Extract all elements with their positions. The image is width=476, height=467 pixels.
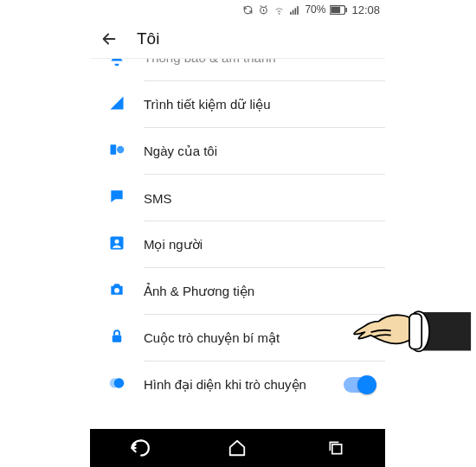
- list-item-my-day[interactable]: Ngày của tôi: [90, 128, 385, 175]
- list-item-label: Hình đại diện khi trò chuyện: [144, 377, 306, 393]
- chat-icon: [108, 188, 125, 208]
- list-item-photos-media[interactable]: Ảnh & Phương tiện: [90, 268, 385, 315]
- svg-point-18: [408, 311, 429, 351]
- battery-icon: [330, 5, 347, 15]
- list-item-label: Thông báo & âm thanh: [144, 59, 276, 65]
- svg-rect-5: [298, 6, 299, 15]
- list-item-sms[interactable]: SMS: [90, 175, 385, 221]
- list-item-label: Mọi người: [144, 237, 203, 253]
- nav-recent-button[interactable]: [325, 437, 347, 459]
- svg-point-16: [114, 378, 125, 388]
- svg-rect-17: [332, 445, 342, 454]
- list-item-chat-heads[interactable]: Hình đại diện khi trò chuyện: [90, 361, 385, 408]
- svg-rect-3: [293, 10, 294, 14]
- back-button[interactable]: [99, 29, 119, 49]
- wifi-icon: [273, 4, 285, 16]
- bell-icon: [108, 59, 125, 71]
- list-item-data-saver[interactable]: Trình tiết kiệm dữ liệu: [90, 81, 385, 128]
- lock-icon: [109, 328, 125, 349]
- list-item-label: Ngày của tôi: [144, 144, 217, 159]
- svg-rect-8: [346, 8, 348, 12]
- settings-list[interactable]: Thông báo & âm thanh Trình tiết kiệm dữ …: [90, 59, 385, 429]
- svg-rect-2: [291, 11, 293, 14]
- signal-icon: [289, 4, 300, 16]
- svg-rect-4: [295, 8, 297, 15]
- svg-rect-7: [331, 6, 341, 13]
- person-icon: [108, 234, 125, 255]
- list-item-notifications[interactable]: Thông báo & âm thanh: [90, 59, 385, 81]
- chat-heads-toggle[interactable]: [344, 377, 375, 393]
- svg-rect-14: [113, 336, 122, 342]
- list-item-label: Ảnh & Phương tiện: [144, 284, 254, 299]
- app-bar: Tôi: [90, 19, 385, 59]
- camera-icon: [108, 281, 125, 302]
- nav-back-button[interactable]: [128, 437, 151, 459]
- nav-home-button[interactable]: [226, 437, 248, 459]
- my-day-icon: [108, 141, 125, 162]
- svg-point-0: [245, 6, 253, 14]
- list-item-secret-conversations[interactable]: Cuộc trò chuyện bí mật: [90, 315, 385, 361]
- page-title: Tôi: [137, 29, 159, 48]
- data-saver-icon: [108, 94, 125, 115]
- svg-point-13: [114, 288, 119, 293]
- svg-point-10: [117, 146, 124, 153]
- status-bar: 70% 12:08: [90, 0, 385, 19]
- svg-rect-9: [111, 144, 117, 155]
- phone-frame: 70% 12:08 Tôi Thông báo & âm thanh Trình…: [90, 0, 385, 467]
- chat-head-icon: [108, 374, 125, 395]
- list-item-label: SMS: [144, 191, 172, 206]
- clock-text: 12:08: [351, 3, 380, 16]
- list-item-label: Trình tiết kiệm dữ liệu: [144, 97, 270, 112]
- svg-point-12: [115, 240, 119, 244]
- alarm-icon: [258, 4, 269, 16]
- android-nav-bar: [90, 429, 385, 467]
- list-item-label: Cuộc trò chuyện bí mật: [144, 330, 280, 346]
- svg-rect-19: [409, 314, 421, 349]
- list-item-people[interactable]: Mọi người: [90, 221, 385, 268]
- battery-percent: 70%: [305, 3, 325, 16]
- rotate-icon: [242, 4, 254, 16]
